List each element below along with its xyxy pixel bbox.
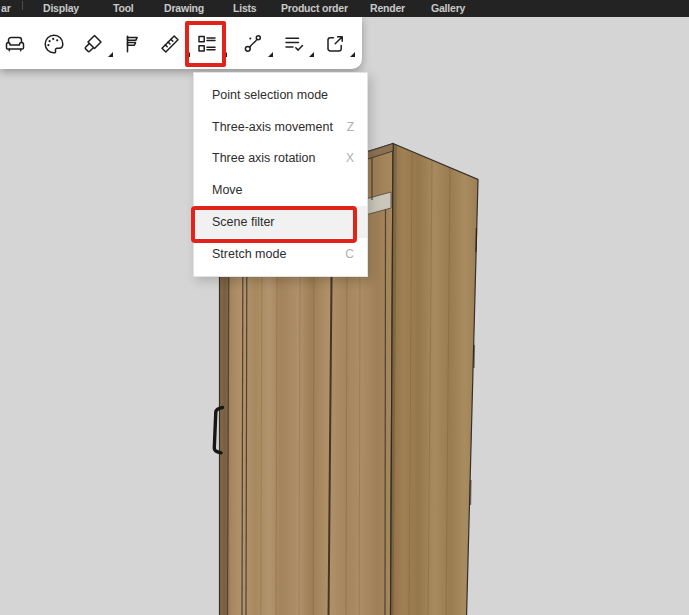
menu-item-three-axis-movement[interactable]: Three-axis movement Z [194, 111, 367, 143]
menubar-item-toolbar-cut[interactable]: ar [1, 0, 11, 17]
app-window: ar Display Tool Drawing Lists Product or… [0, 0, 689, 615]
menu-item-label: Three-axis movement [212, 120, 333, 134]
dropdown-corner-icon [222, 52, 227, 57]
menu-item-label: Stretch mode [212, 247, 286, 261]
menubar-item-lists[interactable]: Lists [233, 0, 257, 17]
menu-item-label: Scene filter [212, 215, 275, 229]
menubar-item-gallery[interactable]: Gallery [431, 0, 465, 17]
dropdown-corner-icon [309, 52, 314, 57]
menubar-item-tool[interactable]: Tool [113, 0, 134, 17]
palette-icon [42, 32, 66, 56]
toolbar-button-export[interactable] [320, 28, 351, 59]
menubar-item-product-order[interactable]: Product order [281, 0, 348, 17]
toolbar-button-palette[interactable] [39, 28, 70, 59]
dropdown-corner-icon [185, 52, 190, 57]
menubar-item-drawing[interactable]: Drawing [164, 0, 204, 17]
dropdown-corner-icon [108, 52, 113, 57]
menu-item-label: Three axis rotation [212, 151, 316, 165]
toolbar-button-ruler[interactable] [155, 28, 186, 59]
dropdown-corner-icon [350, 52, 355, 57]
ruler-icon [158, 32, 182, 56]
menu-item-point-selection-mode[interactable]: Point selection mode [194, 79, 367, 111]
toolbar-button-path[interactable] [238, 28, 269, 59]
menu-item-shortcut: Z [347, 120, 354, 134]
menu-item-label: Move [212, 183, 243, 197]
toolbar-button-flag[interactable] [118, 28, 149, 59]
toolbar [0, 17, 362, 69]
menubar-item-display[interactable]: Display [43, 0, 79, 17]
menu-item-label: Point selection mode [212, 88, 328, 102]
layout-list-icon [195, 32, 219, 56]
menu-item-scene-filter[interactable]: Scene filter [194, 206, 367, 238]
menu-item-shortcut: C [345, 247, 354, 261]
toolbar-button-layout-list[interactable] [192, 28, 223, 59]
toolbar-button-checklist[interactable] [279, 28, 310, 59]
toolbar-button-paint[interactable] [78, 28, 109, 59]
checklist-icon [282, 32, 306, 56]
export-icon [323, 32, 347, 56]
flag-icon [121, 32, 145, 56]
dropdown-corner-icon [268, 52, 273, 57]
menubar: ar Display Tool Drawing Lists Product or… [0, 0, 689, 17]
menu-item-move[interactable]: Move [194, 174, 367, 206]
furniture-icon [3, 32, 27, 56]
paint-tag-icon [81, 32, 105, 56]
menubar-separator [22, 1, 23, 10]
menu-item-three-axis-rotation[interactable]: Three axis rotation X [194, 143, 367, 175]
menu-item-shortcut: X [346, 151, 354, 165]
cabinet-side-face[interactable] [391, 144, 479, 615]
context-dropdown-menu: Point selection mode Three-axis movement… [193, 72, 368, 277]
menubar-item-render[interactable]: Render [370, 0, 405, 17]
toolbar-button-furniture[interactable] [0, 28, 31, 59]
path-nodes-icon [241, 32, 265, 56]
menu-item-stretch-mode[interactable]: Stretch mode C [194, 238, 367, 270]
